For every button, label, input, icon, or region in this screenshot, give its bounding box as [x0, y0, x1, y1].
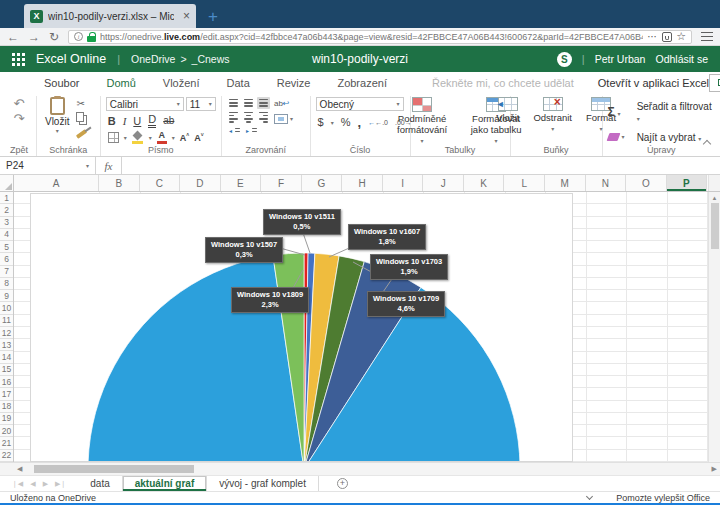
- sheet-tab-data[interactable]: data: [78, 476, 122, 491]
- row-header-14[interactable]: 14: [0, 351, 13, 363]
- currency-format-icon[interactable]: $: [318, 117, 324, 128]
- row-header-16[interactable]: 16: [0, 376, 13, 388]
- column-header-P[interactable]: P: [667, 175, 708, 191]
- row-header-9[interactable]: 9: [0, 290, 13, 302]
- column-header-C[interactable]: C: [140, 175, 181, 191]
- pie-chart-object[interactable]: Windows 10 v15110,5% Windows 10 v16071,8…: [30, 193, 573, 462]
- tab-revize[interactable]: Revize: [277, 77, 311, 89]
- column-header-H[interactable]: H: [342, 175, 383, 191]
- scroll-left-icon[interactable]: ◀: [17, 465, 22, 473]
- row-header-11[interactable]: 11: [0, 315, 13, 327]
- sheet-nav-arrows[interactable]: ❘◀ ◀ ▶ ▶❘: [0, 476, 78, 491]
- document-title[interactable]: win10-podily-verzi: [312, 52, 408, 66]
- chart-label-v1709[interactable]: Windows 10 v17094,6%: [367, 291, 445, 317]
- skype-icon[interactable]: S: [557, 52, 572, 67]
- row-header-4[interactable]: 4: [0, 229, 13, 241]
- row-header-18[interactable]: 18: [0, 401, 13, 413]
- undo-icon[interactable]: ↶: [14, 97, 25, 110]
- row-header-15[interactable]: 15: [0, 364, 13, 376]
- chart-label-v1703[interactable]: Windows 10 v17031,9%: [370, 254, 448, 280]
- reload-icon[interactable]: ↻: [49, 31, 59, 43]
- improve-office-link[interactable]: Pomozte vylepšit Office: [616, 493, 710, 503]
- column-header-J[interactable]: J: [423, 175, 464, 191]
- row-header-5[interactable]: 5: [0, 241, 13, 253]
- bookmark-star-icon[interactable]: ☆: [676, 31, 686, 42]
- column-header-L[interactable]: L: [504, 175, 545, 191]
- clear-button[interactable]: ▾: [608, 133, 625, 141]
- tab-domu[interactable]: Domů: [106, 77, 135, 89]
- percent-format-icon[interactable]: %: [341, 117, 351, 128]
- align-middle-icon[interactable]: [242, 97, 255, 109]
- sign-out-link[interactable]: Odhlásit se: [655, 53, 708, 65]
- copy-icon[interactable]: [76, 112, 84, 122]
- row-header-13[interactable]: 13: [0, 339, 13, 351]
- tab-zobrazeni[interactable]: Zobrazení: [337, 77, 387, 89]
- font-family-select[interactable]: Calibri▾: [106, 97, 184, 111]
- prev-sheet-icon[interactable]: ◀: [30, 480, 35, 488]
- bold-button[interactable]: B: [108, 116, 116, 127]
- select-all-corner[interactable]: [0, 175, 14, 191]
- add-sheet-icon[interactable]: +: [337, 478, 348, 489]
- redo-icon[interactable]: ↷: [14, 112, 25, 125]
- column-header-M[interactable]: M: [545, 175, 586, 191]
- row-header-10[interactable]: 10: [0, 302, 13, 314]
- url-text[interactable]: https://onedrive.live.com/edit.aspx?cid=…: [100, 32, 643, 42]
- site-info-icon[interactable]: i: [74, 32, 83, 41]
- align-right-icon[interactable]: [257, 110, 270, 125]
- row-header-17[interactable]: 17: [0, 388, 13, 400]
- chart-label-v1607[interactable]: Windows 10 v16071,8%: [348, 224, 426, 250]
- fx-icon[interactable]: fx: [96, 157, 122, 174]
- row-header-22[interactable]: 22: [0, 450, 13, 462]
- forward-icon[interactable]: →: [28, 31, 40, 43]
- sheet-area[interactable]: 12345678910111213141516171819202122 Wind…: [0, 192, 720, 462]
- find-select-button[interactable]: Najít a vybrat ▾: [637, 132, 715, 143]
- sheet-tab-vyvoj-graf-komplet[interactable]: vývoj - graf komplet: [207, 476, 319, 491]
- row-header-19[interactable]: 19: [0, 413, 13, 425]
- format-painter-icon[interactable]: [76, 129, 87, 139]
- next-sheet-icon[interactable]: ▶: [43, 480, 48, 488]
- align-bottom-icon[interactable]: [257, 97, 270, 109]
- column-header-K[interactable]: K: [464, 175, 505, 191]
- formula-input[interactable]: [122, 157, 720, 174]
- tell-me-box[interactable]: Řekněte mi, co chcete udělat: [432, 77, 574, 89]
- align-left-icon[interactable]: [227, 110, 240, 125]
- column-header-B[interactable]: B: [99, 175, 140, 191]
- strikethrough-button[interactable]: ab: [163, 116, 174, 126]
- delete-cells-button[interactable]: Odstranit▾: [528, 97, 577, 143]
- page-actions-icon[interactable]: ⋯: [647, 31, 658, 42]
- double-underline-button[interactable]: D: [148, 114, 156, 128]
- user-name[interactable]: Petr Urban: [595, 53, 646, 65]
- tab-data[interactable]: Data: [227, 77, 250, 89]
- column-header-N[interactable]: N: [586, 175, 627, 191]
- row-header-21[interactable]: 21: [0, 437, 13, 449]
- chart-label-v1809[interactable]: Windows 10 v18092,3%: [231, 287, 309, 313]
- chart-label-v1507[interactable]: Windows 10 v15070,3%: [205, 237, 283, 263]
- chart-label-v1511[interactable]: Windows 10 v15110,5%: [263, 209, 341, 235]
- breadcrumb[interactable]: OneDrive > _Cnews: [131, 53, 229, 65]
- column-header-I[interactable]: I: [383, 175, 424, 191]
- sort-filter-button[interactable]: Seřadit a filtrovat ▾: [637, 101, 715, 123]
- browser-tab[interactable]: X win10-podily-verzi.xlsx – Micros ×: [24, 4, 196, 28]
- row-header-8[interactable]: 8: [0, 278, 13, 290]
- align-center-icon[interactable]: [242, 110, 255, 125]
- merge-center-icon[interactable]: [274, 114, 288, 124]
- breadcrumb-folder[interactable]: _Cnews: [192, 53, 230, 65]
- menu-icon[interactable]: [701, 32, 713, 41]
- new-tab-button[interactable]: +: [208, 8, 218, 25]
- font-color-icon[interactable]: A: [157, 131, 167, 144]
- horizontal-scroll-thumb[interactable]: [34, 465, 194, 473]
- app-name[interactable]: Excel Online: [36, 52, 106, 66]
- decrease-indent-icon[interactable]: ◂: [229, 126, 242, 135]
- first-sheet-icon[interactable]: ❘◀: [12, 480, 23, 488]
- name-box[interactable]: P24▾: [0, 157, 96, 174]
- row-header-1[interactable]: 1: [0, 192, 13, 204]
- column-header-F[interactable]: F: [261, 175, 302, 191]
- underline-button[interactable]: U: [133, 116, 141, 127]
- status-chevron-icon[interactable]: [586, 493, 593, 500]
- scroll-right-icon[interactable]: ▶: [712, 465, 717, 473]
- row-header-6[interactable]: 6: [0, 253, 13, 265]
- align-top-icon[interactable]: [227, 97, 240, 109]
- autosum-button[interactable]: Σ ▾: [608, 105, 625, 119]
- comma-format-icon[interactable]: ,: [358, 116, 362, 129]
- row-header-12[interactable]: 12: [0, 327, 13, 339]
